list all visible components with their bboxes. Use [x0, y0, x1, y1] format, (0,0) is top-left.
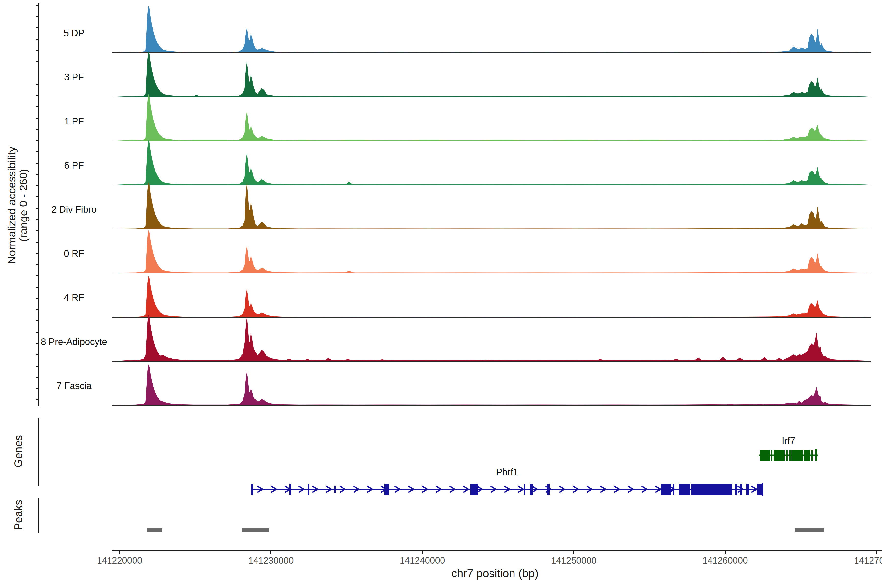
x-tick-label: 141220000	[97, 555, 142, 566]
x-tick-label: 141230000	[248, 555, 294, 566]
gene-exon	[308, 484, 309, 495]
track-label-1pf: 1 PF	[64, 116, 84, 126]
y-axis: Normalized accessibility(range 0 - 260)	[5, 3, 39, 406]
peak-interval	[147, 528, 162, 532]
track-8pre: 8 Pre-Adipocyte	[41, 315, 871, 362]
track-1pf: 1 PF	[64, 94, 871, 141]
track-2div: 2 Div Fibro	[51, 183, 871, 229]
gene-exon	[384, 484, 389, 495]
gene-end-bar	[762, 483, 763, 496]
gene-exon	[786, 450, 788, 460]
gene-label-irf7: Irf7	[782, 436, 795, 446]
track-label-2div: 2 Div Fibro	[51, 204, 96, 214]
track-area-7fas	[112, 364, 871, 405]
track-label-3pf: 3 PF	[64, 72, 84, 82]
track-label-4rf: 4 RF	[64, 292, 84, 303]
track-5dp: 5 DP	[64, 6, 871, 52]
coverage-plot-figure: Normalized accessibility(range 0 - 260)5…	[0, 0, 882, 588]
gene-end-bar	[815, 449, 817, 461]
x-tick-label: 141270000	[854, 555, 882, 566]
x-tick-label: 141240000	[400, 555, 445, 566]
peaks-section-label: Peaks	[12, 500, 24, 530]
x-axis: 1412200001412300001412400001412500001412…	[97, 550, 882, 580]
gene-exon	[661, 484, 671, 495]
gene-exon	[679, 484, 690, 495]
gene-exon	[789, 450, 792, 460]
track-label-7fas: 7 Fascia	[56, 381, 92, 391]
track-area-1pf	[112, 94, 871, 141]
track-area-2div	[112, 183, 871, 229]
track-6pf: 6 PF	[64, 140, 871, 185]
gene-exon	[760, 450, 770, 460]
track-area-3pf	[112, 52, 871, 97]
track-label-8pre: 8 Pre-Adipocyte	[41, 337, 107, 347]
gene-exon	[524, 484, 525, 495]
gene-model-phrf1: Phrf1	[251, 467, 763, 496]
gene-exon	[804, 450, 810, 460]
track-0rf: 0 RF	[64, 230, 871, 273]
genes-section: GenesIrf7Phrf1	[12, 418, 818, 496]
gene-exon	[740, 484, 742, 495]
gene-model-irf7: Irf7	[759, 436, 818, 461]
track-7fas: 7 Fascia	[56, 364, 871, 405]
x-tick-label: 141260000	[702, 555, 748, 566]
gene-exon	[251, 484, 253, 495]
gene-exon	[746, 484, 749, 495]
gene-exon	[812, 450, 813, 460]
peak-interval	[795, 528, 824, 532]
track-area-5dp	[112, 6, 871, 52]
y-axis-title-line1: Normalized accessibility	[5, 146, 18, 264]
gene-exon	[735, 484, 738, 495]
peak-interval	[242, 528, 269, 532]
y-axis-title-line2: (range 0 - 260)	[17, 169, 30, 242]
gene-exon	[776, 450, 785, 460]
gene-exon	[774, 450, 776, 460]
gene-exon	[672, 484, 675, 495]
gene-exon	[792, 450, 803, 460]
track-area-4rf	[112, 276, 871, 317]
gene-exon	[771, 450, 772, 460]
gene-exon	[470, 484, 478, 495]
track-4rf: 4 RF	[64, 276, 871, 317]
track-label-5dp: 5 DP	[64, 28, 84, 38]
track-label-6pf: 6 PF	[64, 160, 84, 171]
peaks-section: Peaks	[12, 498, 824, 533]
track-3pf: 3 PF	[64, 52, 871, 97]
genome-coverage-chart: Normalized accessibility(range 0 - 260)5…	[0, 0, 882, 588]
gene-exon	[290, 484, 291, 495]
track-label-0rf: 0 RF	[64, 248, 84, 259]
track-area-8pre	[112, 315, 871, 362]
x-axis-title: chr7 position (bp)	[451, 567, 538, 580]
track-area-6pf	[112, 140, 871, 185]
gene-exon	[757, 484, 762, 495]
gene-exon	[691, 484, 732, 495]
gene-label-phrf1: Phrf1	[496, 467, 518, 477]
gene-exon-thin	[334, 486, 336, 493]
gene-exon	[530, 484, 533, 495]
track-area-0rf	[112, 230, 871, 273]
genes-section-label: Genes	[12, 435, 24, 468]
x-tick-label: 141250000	[551, 555, 596, 566]
gene-exon	[547, 484, 549, 495]
coverage-tracks: 5 DP3 PF1 PF6 PF2 Div Fibro0 RF4 RF8 Pre…	[41, 6, 871, 405]
